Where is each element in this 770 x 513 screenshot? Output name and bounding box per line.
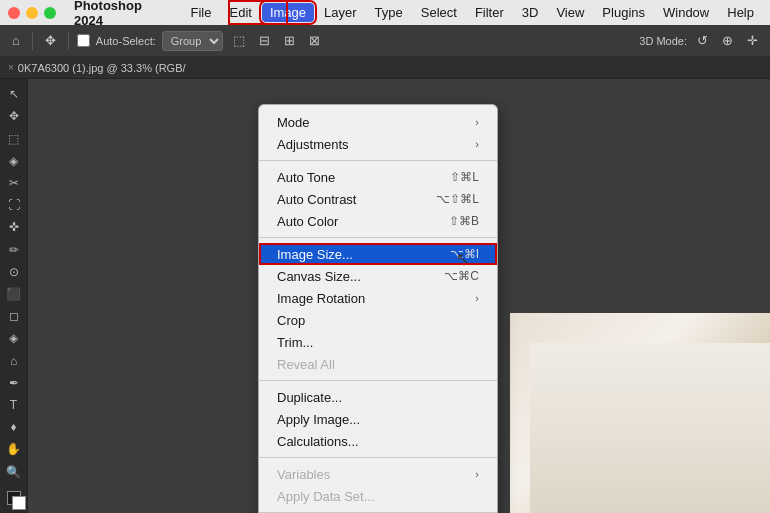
auto-contrast-label: Auto Contrast xyxy=(277,192,357,207)
reveal-all-label: Reveal All xyxy=(277,357,335,372)
lasso-tool[interactable]: ◈ xyxy=(3,152,25,170)
pen-tool[interactable]: ✒ xyxy=(3,374,25,392)
home-icon[interactable]: ⌂ xyxy=(8,31,24,50)
auto-select-dropdown[interactable]: Group Layer xyxy=(162,31,223,51)
auto-tone-shortcut: ⇧⌘L xyxy=(450,170,479,184)
menu-bar: Photoshop 2024 File Edit Image Layer Typ… xyxy=(0,0,770,25)
menu-section-1: Mode › Adjustments › xyxy=(259,109,497,157)
adjustments-label: Adjustments xyxy=(277,137,349,152)
history-tool[interactable]: ⬛ xyxy=(3,285,25,303)
dropdown-overlay: Mode › Adjustments › Auto Tone ⇧⌘L xyxy=(258,104,498,513)
menu-row-apply-data-set: Apply Data Set... xyxy=(259,485,497,507)
menu-row-auto-contrast[interactable]: Auto Contrast ⌥⇧⌘L xyxy=(259,188,497,210)
main-area: ↖ ✥ ⬚ ◈ ✂ ⛶ ✜ ✏ ⊙ ⬛ ◻ ◈ ⌂ ✒ T ♦ ✋ 🔍 xyxy=(0,79,770,513)
adjustments-arrow: › xyxy=(475,138,479,150)
traffic-lights xyxy=(8,7,56,19)
align-icon[interactable]: ⊟ xyxy=(255,31,274,50)
select-tool[interactable]: ⬚ xyxy=(3,129,25,147)
menu-row-mode[interactable]: Mode › xyxy=(259,111,497,133)
menu-row-image-size[interactable]: Image Size... ⌥⌘I xyxy=(259,243,497,265)
move-tool[interactable]: ↖ xyxy=(3,85,25,103)
hand-tool[interactable]: ✋ xyxy=(3,440,25,458)
brush-tool[interactable]: ✏ xyxy=(3,240,25,258)
mode-label: 3D Mode: xyxy=(639,35,687,47)
transform-icon[interactable]: ⬚ xyxy=(229,31,249,50)
menu-row-canvas-size[interactable]: Canvas Size... ⌥⌘C xyxy=(259,265,497,287)
text-tool[interactable]: T xyxy=(3,396,25,414)
menu-row-apply-image[interactable]: Apply Image... xyxy=(259,408,497,430)
menu-help[interactable]: Help xyxy=(719,3,762,22)
menu-select[interactable]: Select xyxy=(413,3,465,22)
crop-label: Crop xyxy=(277,313,305,328)
canvas-size-shortcut: ⌥⌘C xyxy=(444,269,479,283)
eyedropper-tool[interactable]: ⛶ xyxy=(3,196,25,214)
shape-tool[interactable]: ♦ xyxy=(3,418,25,436)
rotate-icon[interactable]: ↺ xyxy=(693,31,712,50)
menu-image[interactable]: Image xyxy=(262,3,314,22)
move-icon[interactable]: ✥ xyxy=(41,31,60,50)
separator-2 xyxy=(68,32,69,50)
align-2-icon[interactable]: ⊞ xyxy=(280,31,299,50)
auto-tone-label: Auto Tone xyxy=(277,170,335,185)
crop-tool[interactable]: ✂ xyxy=(3,174,25,192)
menu-section-3: Image Size... ⌥⌘I Canvas Size... ⌥⌘C Ima… xyxy=(259,241,497,377)
image-rotation-label: Image Rotation xyxy=(277,291,365,306)
trim-label: Trim... xyxy=(277,335,313,350)
menu-row-variables: Variables › xyxy=(259,463,497,485)
menu-section-4: Duplicate... Apply Image... Calculations… xyxy=(259,384,497,454)
orbit-icon[interactable]: ⊕ xyxy=(718,31,737,50)
clone-tool[interactable]: ⊙ xyxy=(3,263,25,281)
dodge-tool[interactable]: ⌂ xyxy=(3,351,25,369)
menu-row-reveal-all: Reveal All xyxy=(259,353,497,375)
auto-color-shortcut: ⇧⌘B xyxy=(449,214,479,228)
menu-type[interactable]: Type xyxy=(367,3,411,22)
menu-row-image-rotation[interactable]: Image Rotation › xyxy=(259,287,497,309)
eraser-tool[interactable]: ◻ xyxy=(3,307,25,325)
menu-file[interactable]: File xyxy=(183,3,220,22)
image-menu-dropdown: Mode › Adjustments › Auto Tone ⇧⌘L xyxy=(258,104,498,513)
menu-items: File Edit Image Layer Type Select Filter… xyxy=(183,3,762,22)
menu-section-2: Auto Tone ⇧⌘L Auto Contrast ⌥⇧⌘L Auto Co… xyxy=(259,164,497,234)
auto-color-label: Auto Color xyxy=(277,214,338,229)
apply-image-label: Apply Image... xyxy=(277,412,360,427)
artboard-tool[interactable]: ✥ xyxy=(3,107,25,125)
menu-3d[interactable]: 3D xyxy=(514,3,547,22)
heal-tool[interactable]: ✜ xyxy=(3,218,25,236)
canvas-preview xyxy=(510,313,770,513)
menu-plugins[interactable]: Plugins xyxy=(594,3,653,22)
menu-filter[interactable]: Filter xyxy=(467,3,512,22)
menu-row-crop[interactable]: Crop xyxy=(259,309,497,331)
variables-arrow: › xyxy=(475,468,479,480)
divider-4 xyxy=(259,457,497,458)
menu-row-adjustments[interactable]: Adjustments › xyxy=(259,133,497,155)
tab-label: 0K7A6300 (1).jpg @ 33.3% (RGB/ xyxy=(18,62,186,74)
gradient-tool[interactable]: ◈ xyxy=(3,329,25,347)
pan-icon[interactable]: ✛ xyxy=(743,31,762,50)
menu-section-5: Variables › Apply Data Set... xyxy=(259,461,497,509)
maximize-button[interactable] xyxy=(44,7,56,19)
mode-label: Mode xyxy=(277,115,310,130)
menu-row-duplicate[interactable]: Duplicate... xyxy=(259,386,497,408)
divider-2 xyxy=(259,237,497,238)
toolbar-right: 3D Mode: ↺ ⊕ ✛ xyxy=(639,31,762,50)
menu-row-auto-color[interactable]: Auto Color ⇧⌘B xyxy=(259,210,497,232)
menu-layer[interactable]: Layer xyxy=(316,3,365,22)
menu-row-trim[interactable]: Trim... xyxy=(259,331,497,353)
close-button[interactable] xyxy=(8,7,20,19)
menu-edit[interactable]: Edit xyxy=(221,3,259,22)
image-rotation-arrow: › xyxy=(475,292,479,304)
align-3-icon[interactable]: ⊠ xyxy=(305,31,324,50)
zoom-tool[interactable]: 🔍 xyxy=(3,462,25,480)
variables-label: Variables xyxy=(277,467,330,482)
auto-select-checkbox[interactable] xyxy=(77,34,90,47)
auto-select-label: Auto-Select: xyxy=(96,35,156,47)
menu-window[interactable]: Window xyxy=(655,3,717,22)
tab-close-icon[interactable]: × xyxy=(8,62,14,73)
toolbar: ⌂ ✥ Auto-Select: Group Layer ⬚ ⊟ ⊞ ⊠ 3D … xyxy=(0,25,770,57)
minimize-button[interactable] xyxy=(26,7,38,19)
menu-view[interactable]: View xyxy=(548,3,592,22)
menu-row-auto-tone[interactable]: Auto Tone ⇧⌘L xyxy=(259,166,497,188)
menu-row-calculations[interactable]: Calculations... xyxy=(259,430,497,452)
color-swatch[interactable] xyxy=(3,489,25,507)
separator-1 xyxy=(32,32,33,50)
